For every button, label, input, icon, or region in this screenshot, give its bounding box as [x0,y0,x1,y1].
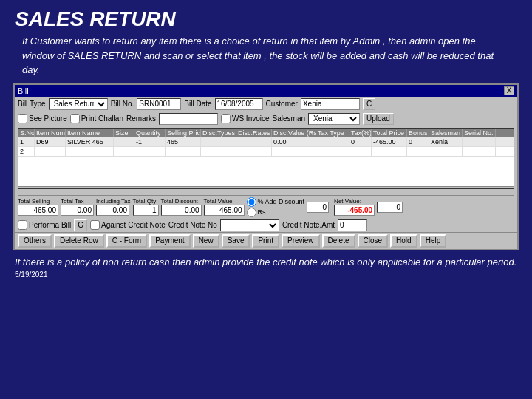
against-credit-note-label[interactable]: Against Credit Note [90,220,166,230]
col-total-price: Total Price [372,129,407,137]
ws-invoice-checkbox-label[interactable]: WS Invoice [221,114,270,123]
customer-input[interactable] [301,98,360,110]
total-value-field: Total Value [204,198,245,216]
col-tax-pct: Tax(%) [349,129,372,137]
ws-invoice-label: WS Invoice [232,115,270,123]
see-picture-checkbox[interactable] [18,114,27,123]
horizontal-scrollbar[interactable] [18,188,514,196]
cell-sn-2 [463,147,496,156]
g-button[interactable]: G [74,219,87,231]
description-text: If Customer wants to return any item the… [0,34,532,83]
col-disc-rates: Disc.Rates [236,129,272,137]
print-button[interactable]: Print [252,234,279,248]
form-row-1: Bill Type Sales Return Bill No. Bill Dat… [15,97,517,112]
add-discount-input[interactable] [307,202,329,213]
bill-date-input[interactable] [215,98,263,110]
preview-button[interactable]: Preview [282,234,320,248]
total-discount-label: Total Discount [161,198,198,205]
total-qty-field: Total Qty [133,198,159,216]
total-selling-label: Total Selling [18,198,50,205]
pct-add-discount-radio-label[interactable]: % Add Discount [247,197,305,207]
cell-disc-value: 0.00 [272,137,316,146]
customer-label: Customer [266,100,298,108]
total-selling-input[interactable] [18,205,58,216]
including-tax-input[interactable] [96,205,129,216]
save-button[interactable]: Save [222,234,250,248]
cell-tax-2 [349,147,372,156]
discount-radio-group: % Add Discount Rs [247,197,305,217]
pct-add-discount-radio[interactable] [247,197,256,207]
cell-total-price: -465.00 [372,137,407,146]
against-credit-note-checkbox[interactable] [90,220,100,230]
table-body: 1 D69 SILVER 465 -1 465 0.00 0 -465.00 0… [18,137,514,157]
performa-bill-label[interactable]: Performa Bill [18,220,71,230]
table-row[interactable]: 1 D69 SILVER 465 -1 465 0.00 0 -465.00 0… [18,137,514,147]
including-tax-label: Including Tax [96,198,131,205]
total-qty-input[interactable] [133,205,159,216]
footer-text: If there is a policy of non return cash … [0,250,532,271]
see-picture-label: See Picture [29,115,67,123]
total-value-label: Total Value [204,198,233,205]
print-challan-checkbox[interactable] [70,114,80,123]
credit-note-amt-input[interactable] [338,219,367,231]
total-tax-input[interactable] [61,205,94,216]
bill-no-input[interactable] [137,98,181,110]
col-bonus: Bonus [407,129,429,137]
performa-bill-checkbox[interactable] [18,220,27,230]
cell-tp-2 [372,147,407,156]
col-salesman: Salesman [429,129,463,137]
payment-button[interactable]: Payment [149,234,190,248]
c-button[interactable]: C [363,98,375,110]
remarks-input[interactable] [159,113,218,125]
credit-note-no-label: Credit Note No [168,221,217,229]
help-button[interactable]: Help [420,234,447,248]
see-picture-checkbox-label[interactable]: See Picture [18,114,67,123]
hold-button[interactable]: Hold [390,234,417,248]
credit-note-no-select[interactable] [220,219,279,231]
total-qty-label: Total Qty [133,198,157,205]
print-challan-checkbox-label[interactable]: Print Challan [70,114,123,123]
net-value-extra-input[interactable] [377,202,403,213]
rs-radio[interactable] [247,208,256,217]
total-selling-field: Total Selling [18,198,58,216]
others-button[interactable]: Others [18,234,52,248]
print-challan-label: Print Challan [81,115,123,123]
cell-tax-pct: 0 [349,137,372,146]
col-quantity: Quantity [134,129,166,137]
col-tax-type: Tax Type [316,129,349,137]
rs-radio-label[interactable]: Rs [247,208,305,217]
table-row[interactable]: 2 [18,147,514,157]
col-size: Size [114,129,134,137]
cell-item-name-2 [66,147,114,156]
cell-sl-2 [429,147,463,156]
upload-button[interactable]: Upload [363,113,394,125]
total-discount-input[interactable] [161,205,202,216]
totals-row: Total Selling Total Tax Including Tax To… [15,196,517,219]
cell-tax-type [316,137,349,146]
cell-sp-2 [166,147,201,156]
bill-type-select[interactable]: Sales Return [49,98,108,110]
net-value-input[interactable] [334,205,375,216]
cell-item-num-2 [35,147,66,156]
cell-bonus-2 [407,147,429,156]
delete-row-button[interactable]: Delete Row [54,234,104,248]
total-tax-field: Total Tax [61,198,94,216]
action-buttons-row: Others Delete Row C - Form Payment New S… [15,232,517,249]
cell-disc-types [201,137,236,146]
window-close-button[interactable]: X [504,86,514,95]
c-form-button[interactable]: C - Form [106,234,147,248]
delete-button[interactable]: Delete [322,234,355,248]
cell-dr-2 [236,147,272,156]
total-value-input[interactable] [204,205,245,216]
col-item-name: Item Name [66,129,114,137]
ws-invoice-checkbox[interactable] [221,114,231,123]
new-button[interactable]: New [193,234,219,248]
net-value-field: Net Value: [334,198,375,216]
bill-no-label: Bill No. [111,100,134,108]
close-button[interactable]: Close [358,234,389,248]
cell-serial-no [463,137,496,146]
cell-qty-2 [134,147,166,156]
salesman-select[interactable]: Xenia [308,113,360,125]
form-row-2: See Picture Print Challan Remarks WS Inv… [15,112,517,126]
cell-dt-2 [201,147,236,156]
